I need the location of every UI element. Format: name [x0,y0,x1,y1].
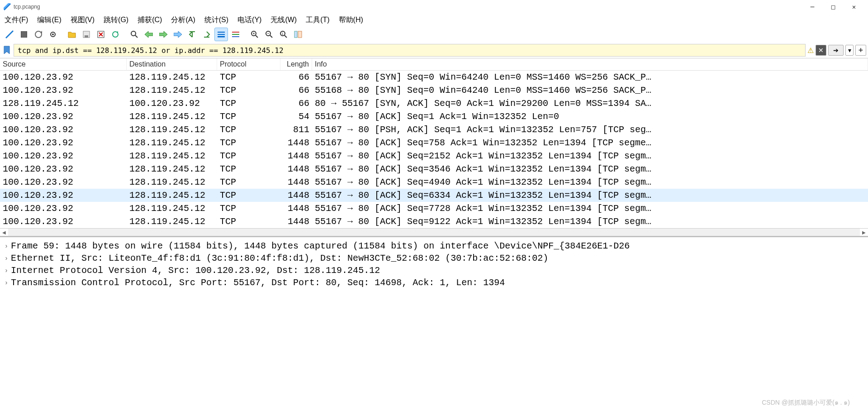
menu-edit[interactable]: 编辑(E) [37,15,61,25]
column-header-source[interactable]: Source [0,58,127,70]
cell-source: 100.120.23.92 [0,138,127,148]
cell-info: 55167 → 80 [ACK] Seq=6334 Ack=1 Win=1323… [312,190,868,201]
cell-destination: 128.119.245.12 [127,177,217,187]
add-filter-button[interactable]: + [855,45,866,56]
expand-icon[interactable]: › [2,243,11,250]
scroll-left-arrow[interactable]: ◀ [0,229,8,236]
reload-button[interactable] [109,28,122,41]
goto-first-button[interactable] [185,28,199,41]
cell-destination: 128.119.245.12 [127,190,217,201]
zoom-out-button[interactable] [262,28,276,41]
cell-protocol: TCP [217,138,280,148]
detail-row[interactable]: ›Internet Protocol Version 4, Src: 100.1… [2,264,866,277]
menu-stats[interactable]: 统计(S) [204,15,228,25]
packet-row[interactable]: 100.120.23.92128.119.245.12TCP144855167 … [0,176,868,189]
menu-goto[interactable]: 跳转(G) [104,15,128,25]
detail-row[interactable]: ›Ethernet II, Src: LiteonTe_4f:f8:d1 (3c… [2,252,866,264]
go-forward-button[interactable] [157,28,170,41]
column-header-info[interactable]: Info [312,58,868,70]
menu-capture[interactable]: 捕获(C) [138,15,162,25]
stop-capture-button[interactable] [17,28,31,41]
start-capture-button[interactable] [3,28,16,41]
cell-length: 1448 [280,138,312,148]
packet-row[interactable]: 128.119.245.12100.120.23.92TCP6680 → 551… [0,97,868,110]
column-header-destination[interactable]: Destination [127,58,217,70]
packet-list-header[interactable]: Source Destination Protocol Length Info [0,58,868,71]
cell-info: 55168 → 80 [SYN] Seq=0 Win=64240 Len=0 M… [312,85,868,96]
cell-info: 55167 → 80 [ACK] Seq=1 Ack=1 Win=132352 … [312,111,868,122]
cell-destination: 128.119.245.12 [127,124,217,135]
packet-row[interactable]: 100.120.23.92128.119.245.12TCP144855167 … [0,215,868,228]
menu-tools[interactable]: 工具(T) [306,15,329,25]
scroll-right-arrow[interactable]: ▶ [860,229,868,236]
cell-length: 66 [280,85,312,96]
display-filter-input[interactable] [14,44,806,57]
menu-help[interactable]: 帮助(H) [339,15,363,25]
cell-destination: 128.119.245.12 [127,72,217,82]
clear-filter-button[interactable]: ✕ [816,45,826,56]
packet-row[interactable]: 100.120.23.92128.119.245.12TCP81155167 →… [0,123,868,136]
packet-row[interactable]: 100.120.23.92128.119.245.12TCP144855167 … [0,189,868,202]
cell-length: 1448 [280,164,312,174]
packet-row[interactable]: 100.120.23.92128.119.245.12TCP6655168 → … [0,84,868,97]
horizontal-scrollbar[interactable]: ◀ ▶ [0,228,868,236]
cell-length: 1448 [280,216,312,227]
svg-rect-5 [85,35,88,38]
cell-source: 100.120.23.92 [0,190,127,201]
capture-options-button[interactable] [46,28,60,41]
menu-file[interactable]: 文件(F) [5,15,28,25]
packet-row[interactable]: 100.120.23.92128.119.245.12TCP144855167 … [0,202,868,215]
packet-details-pane: ›Frame 59: 1448 bytes on wire (11584 bit… [0,236,868,292]
zoom-reset-button[interactable]: 1 [277,28,290,41]
restart-capture-button[interactable] [32,28,45,41]
packet-row[interactable]: 100.120.23.92128.119.245.12TCP144855167 … [0,162,868,176]
menu-analyze[interactable]: 分析(A) [171,15,195,25]
expand-icon[interactable]: › [2,267,11,274]
toolbar: 1 [0,26,868,43]
filter-bookmark-button[interactable] [2,44,12,56]
packet-row[interactable]: 100.120.23.92128.119.245.12TCP144855167 … [0,149,868,162]
cell-source: 100.120.23.92 [0,177,127,187]
expand-icon[interactable]: › [2,255,11,262]
minimize-button[interactable]: ─ [802,0,823,14]
save-file-button[interactable] [80,28,93,41]
cell-source: 100.120.23.92 [0,85,127,96]
resize-columns-button[interactable] [291,28,305,41]
goto-packet-button[interactable] [171,28,185,41]
colorize-button[interactable] [229,28,242,41]
packet-rows: 100.120.23.92128.119.245.12TCP6655167 → … [0,71,868,228]
detail-text: Transmission Control Protocol, Src Port:… [11,277,505,288]
maximize-button[interactable]: □ [823,0,844,14]
apply-filter-button[interactable]: ➔ [828,45,844,56]
menu-view[interactable]: 视图(V) [71,15,95,25]
menu-wireless[interactable]: 无线(W) [270,15,297,25]
cell-protocol: TCP [217,151,280,161]
column-header-protocol[interactable]: Protocol [217,58,280,70]
find-packet-button[interactable] [128,28,141,41]
detail-row[interactable]: ›Transmission Control Protocol, Src Port… [2,277,866,289]
detail-row[interactable]: ›Frame 59: 1448 bytes on wire (11584 bit… [2,240,866,252]
cell-protocol: TCP [217,124,280,135]
menu-telephony[interactable]: 电话(Y) [237,15,261,25]
filter-history-button[interactable]: ▾ [845,45,854,56]
open-file-button[interactable] [65,28,79,41]
column-header-length[interactable]: Length [280,58,312,70]
packet-row[interactable]: 100.120.23.92128.119.245.12TCP144855167 … [0,136,868,149]
expand-icon[interactable]: › [2,279,11,287]
cell-info: 55167 → 80 [ACK] Seq=9122 Ack=1 Win=1323… [312,216,868,227]
goto-last-button[interactable] [200,28,213,41]
svg-text:1: 1 [281,32,284,36]
packet-row[interactable]: 100.120.23.92128.119.245.12TCP5455167 → … [0,110,868,123]
close-file-button[interactable] [94,28,108,41]
auto-scroll-button[interactable] [214,28,228,41]
cell-source: 100.120.23.92 [0,203,127,214]
svg-line-23 [270,35,272,38]
svg-rect-0 [21,31,27,38]
go-back-button[interactable] [142,28,156,41]
scroll-track[interactable] [8,229,860,236]
cell-length: 1448 [280,151,312,161]
zoom-in-button[interactable] [248,28,261,41]
cell-info: 55167 → 80 [PSH, ACK] Seq=1 Ack=1 Win=13… [312,124,868,135]
close-button[interactable]: ✕ [844,0,864,14]
packet-row[interactable]: 100.120.23.92128.119.245.12TCP6655167 → … [0,71,868,84]
